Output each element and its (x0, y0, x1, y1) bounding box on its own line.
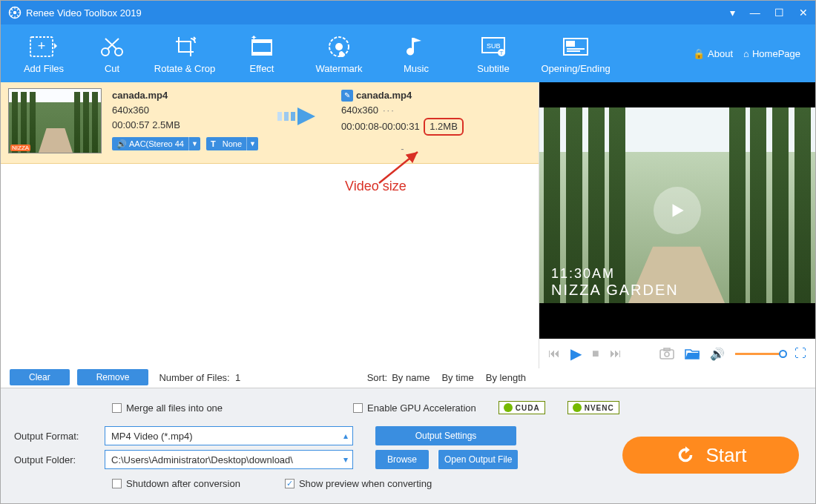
input-filename: canada.mp4 (112, 88, 258, 103)
effect-icon: ✦ (249, 33, 274, 60)
svg-rect-22 (291, 112, 295, 121)
rotate-crop-button[interactable]: Rotate & Crop (146, 33, 223, 74)
show-preview-checkbox[interactable]: ✓Show preview when converting (285, 478, 432, 489)
sort-by-length[interactable]: By length (486, 372, 526, 383)
chevron-up-icon[interactable]: ▴ (343, 431, 348, 441)
fullscreen-button[interactable]: ⛶ (794, 347, 806, 360)
effect-button[interactable]: ✦ Effect (223, 33, 300, 74)
add-files-button[interactable]: + Add Files (10, 33, 78, 74)
home-icon: ⌂ (743, 48, 749, 59)
gpu-checkbox[interactable]: Enable GPU Acceleration (353, 402, 476, 414)
more-icon[interactable]: ··· (383, 105, 395, 116)
stop-button[interactable]: ■ (592, 347, 599, 360)
sort-by-name[interactable]: By name (392, 372, 430, 383)
app-title: Renee Video Toolbox 2019 (26, 7, 718, 19)
minimize-icon[interactable]: — (750, 7, 760, 19)
file-thumbnail: NIZZA (8, 88, 102, 153)
main-toolbar: + Add Files Cut Rotate & Crop ✦ Effect W… (1, 24, 815, 82)
chevron-down-icon[interactable]: ▾ (343, 454, 348, 465)
music-icon (407, 33, 426, 60)
snapshot-button[interactable] (659, 348, 674, 359)
shutdown-checkbox[interactable]: Shutdown after conversion (112, 478, 240, 489)
video-preview[interactable]: 11:30AM NIZZA GARDEN (539, 82, 815, 339)
nvenc-badge: NVENC (567, 401, 619, 414)
play-overlay-button[interactable] (654, 187, 701, 234)
chevron-down-icon[interactable]: ▼ (246, 136, 258, 151)
subtitle-button[interactable]: SUBT Subtitle (455, 33, 532, 74)
start-button[interactable]: Start (622, 437, 799, 474)
svg-line-23 (379, 152, 418, 183)
text-tag[interactable]: T None▼ (206, 137, 258, 150)
svg-rect-17 (567, 42, 574, 46)
crop-icon (173, 33, 197, 60)
title-bar: Renee Video Toolbox 2019 ▾ — ☐ ✕ (1, 1, 815, 24)
cut-button[interactable]: Cut (78, 33, 146, 74)
sort-label: Sort: (367, 372, 387, 383)
lock-icon: 🔒 (693, 48, 705, 59)
volume-button[interactable]: 🔊 (710, 347, 725, 361)
music-button[interactable]: Music (378, 33, 455, 74)
output-folder-label: Output Folder: (14, 454, 96, 465)
open-folder-button[interactable] (685, 348, 700, 359)
player-controls: ⏮ ▶ ■ ⏭ 🔊 ⛶ (539, 339, 815, 368)
arrow-right-icon (277, 103, 322, 133)
chevron-down-icon[interactable]: ▼ (188, 136, 200, 151)
file-count: 1 (235, 372, 240, 383)
app-logo-icon (8, 6, 22, 19)
maximize-icon[interactable]: ☐ (774, 7, 784, 19)
file-row[interactable]: NIZZA canada.mp4 640x360 00:00:57 2.5MB … (1, 82, 539, 164)
text-icon: T (211, 136, 216, 151)
edit-icon[interactable]: ✎ (341, 90, 353, 102)
file-input-info: canada.mp4 640x360 00:00:57 2.5MB 🔊AAC(S… (112, 88, 258, 150)
output-format-select[interactable]: MP4 Video (*.mp4) ▴ (105, 426, 353, 445)
output-placeholder: - (341, 142, 464, 156)
speaker-icon: 🔊 (116, 136, 127, 151)
svg-text:T: T (500, 50, 504, 56)
svg-point-1 (13, 11, 17, 15)
svg-point-11 (335, 43, 343, 50)
video-overlay-text: 11:30AM NIZZA GARDEN (551, 266, 679, 299)
input-size: 2.5MB (152, 119, 180, 130)
browse-button[interactable]: Browse (375, 450, 429, 469)
about-link[interactable]: 🔒About (693, 48, 733, 59)
add-files-icon: + (29, 33, 59, 60)
homepage-link[interactable]: ⌂HomePage (743, 48, 800, 59)
svg-rect-8 (252, 52, 272, 55)
next-button[interactable]: ⏭ (610, 347, 622, 360)
opening-ending-icon (562, 33, 589, 60)
output-format-label: Output Format: (14, 431, 96, 442)
watermark-icon (327, 33, 351, 60)
file-output-info: ✎canada.mp4 640x360··· 00:00:08-00:00:31… (341, 88, 464, 156)
svg-text:SUB: SUB (487, 42, 501, 50)
output-settings-button[interactable]: Output Settings (375, 426, 516, 445)
audio-tag[interactable]: 🔊AAC(Stereo 44▼ (112, 137, 200, 150)
input-resolution: 640x360 (112, 103, 258, 118)
output-filename: canada.mp4 (356, 88, 412, 103)
prev-button[interactable]: ⏮ (548, 347, 560, 360)
dropdown-icon[interactable]: ▾ (730, 7, 735, 19)
remove-button[interactable]: Remove (77, 369, 149, 385)
volume-slider[interactable] (735, 353, 784, 355)
opening-ending-button[interactable]: Opening/Ending (532, 33, 619, 74)
input-duration: 00:00:57 (112, 119, 150, 130)
bottom-panel: Merge all files into one Enable GPU Acce… (1, 388, 815, 503)
output-resolution: 640x360 (341, 105, 378, 116)
output-range: 00:00:08-00:00:31 (341, 121, 420, 132)
watermark-button[interactable]: Watermark (300, 33, 378, 74)
close-icon[interactable]: ✕ (799, 7, 808, 19)
sort-by-time[interactable]: By time (441, 372, 473, 383)
scissors-icon (99, 33, 125, 60)
list-action-bar: Clear Remove Number of Files: 1 Sort: By… (1, 367, 535, 388)
svg-text:✦: ✦ (251, 36, 257, 42)
merge-checkbox[interactable]: Merge all files into one (112, 402, 223, 414)
subtitle-icon: SUBT (481, 33, 506, 60)
svg-rect-21 (284, 112, 289, 121)
play-button[interactable]: ▶ (570, 345, 582, 362)
clear-button[interactable]: Clear (10, 369, 70, 385)
annotation-label: Video size (345, 179, 407, 194)
output-size: 1.2MB (424, 118, 464, 136)
file-count-label: Number of Files: (159, 372, 229, 383)
cuda-badge: CUDA (499, 401, 545, 414)
output-folder-input[interactable]: C:\Users\Administrator\Desktop\download\… (105, 450, 353, 469)
open-output-button[interactable]: Open Output File (438, 450, 518, 469)
